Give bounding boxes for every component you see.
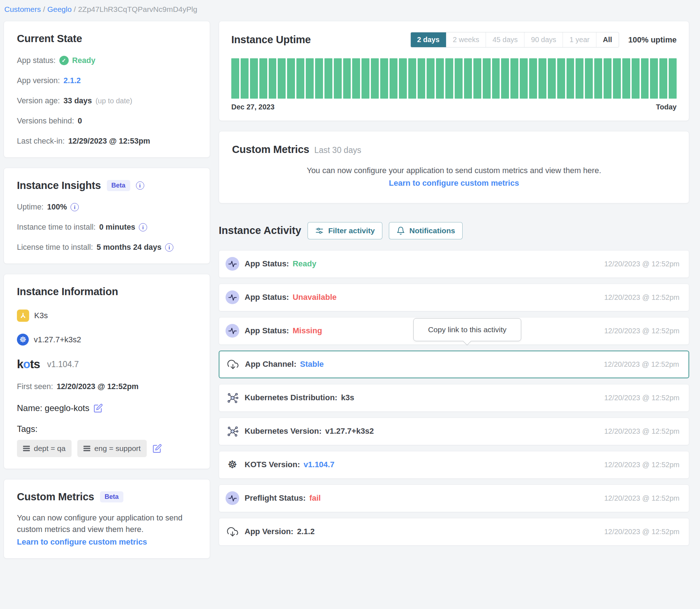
configure-custom-metrics-link[interactable]: Learn to configure custom metrics: [17, 537, 147, 547]
activity-list: Copy link to this activity App Status:Re…: [219, 250, 689, 546]
uptime-tab-90-days[interactable]: 90 days: [524, 32, 563, 47]
activity-row[interactable]: App Channel:Stable12/20/2023 @ 12:52pm: [219, 351, 689, 378]
uptime-bar: [483, 58, 491, 99]
kots-version-value: v1.104.7: [47, 360, 79, 369]
uptime-bar: [241, 58, 249, 99]
breadcrumb-item[interactable]: Geeglo: [47, 5, 72, 13]
instance-insights-title: Instance Insights: [17, 180, 101, 191]
filter-activity-button[interactable]: Filter activity: [308, 222, 382, 239]
tags-list: dept = qaeng = support: [17, 440, 147, 457]
check-circle-icon: ✓: [59, 56, 69, 65]
edit-name-button[interactable]: [94, 403, 103, 413]
instance-information-card: Instance Information K3s ☸ v1.27.7+k3s2 …: [4, 274, 210, 469]
uptime-bar: [287, 58, 295, 99]
custom-metrics-right-body: You can now configure your application t…: [232, 165, 676, 176]
activity-value: Unavailable: [292, 293, 336, 302]
name-value: geeglo-kots: [45, 403, 89, 413]
activity-timestamp: 12/20/2023 @ 12:52pm: [604, 494, 679, 502]
uptime-bar: [659, 58, 667, 99]
breadcrumb-item[interactable]: Customers: [4, 5, 41, 13]
activity-row[interactable]: Kubernetes Version:v1.27.7+k3s212/20/202…: [219, 418, 689, 445]
uptime-bar: [557, 58, 565, 99]
last-checkin-value: 12/29/2023 @ 12:53pm: [68, 137, 150, 146]
instance-name-row: Name: geeglo-kots: [17, 403, 197, 413]
filter-sliders-icon: [315, 226, 324, 235]
custom-metrics-right-card: Custom Metrics Last 30 days You can now …: [219, 131, 689, 203]
chart-end-date: Today: [656, 103, 677, 111]
uptime-bar: [408, 58, 416, 99]
app-version-link[interactable]: 2.1.2: [64, 76, 81, 85]
last-checkin-label: Last check-in:: [17, 137, 65, 146]
configure-custom-metrics-link[interactable]: Learn to configure custom metrics: [389, 179, 519, 188]
chart-start-date: Dec 27, 2023: [231, 103, 274, 111]
network-icon: [226, 424, 239, 438]
license-tti-row: License time to install: 5 months 24 day…: [17, 243, 197, 252]
activity-label: App Status:: [245, 293, 289, 302]
tag-pill[interactable]: dept = qa: [17, 440, 72, 457]
info-icon[interactable]: i: [71, 203, 79, 211]
uptime-bar: [445, 58, 453, 99]
current-state-title: Current State: [17, 33, 197, 45]
uptime-bar: [436, 58, 444, 99]
info-icon[interactable]: i: [139, 223, 147, 231]
helm-icon: ☸: [226, 458, 239, 472]
uptime-tab-2-weeks[interactable]: 2 weeks: [446, 32, 486, 47]
activity-label: Kubernetes Distribution:: [245, 393, 337, 402]
current-state-card: Current State App status: ✓ Ready App ve…: [4, 21, 210, 158]
uptime-bar: [455, 58, 463, 99]
uptime-bar: [650, 58, 658, 99]
activity-value: 2.1.2: [297, 527, 315, 536]
beta-badge: Beta: [107, 180, 130, 191]
breadcrumb-separator: /: [43, 5, 45, 13]
activity-row[interactable]: App Version:2.1.212/20/2023 @ 12:52pm: [219, 518, 689, 546]
activity-row[interactable]: Kubernetes Distribution:k3s12/20/2023 @ …: [219, 384, 689, 412]
activity-row[interactable]: Preflight Status:fail12/20/2023 @ 12:52p…: [219, 484, 689, 512]
uptime-bar: [362, 58, 369, 99]
activity-row[interactable]: App Status:Ready12/20/2023 @ 12:52pm: [219, 250, 689, 278]
uptime-summary: 100% uptime: [628, 35, 677, 45]
uptime-bar: [324, 58, 332, 99]
uptime-tab-2-days[interactable]: 2 days: [411, 32, 446, 47]
network-icon: [226, 391, 239, 405]
activity-value: fail: [309, 493, 321, 503]
tag-pill[interactable]: eng = support: [77, 440, 147, 457]
custom-metrics-left-title: Custom Metrics: [17, 491, 94, 503]
info-icon[interactable]: i: [136, 181, 144, 190]
custom-metrics-left-card: Custom Metrics Beta You can now configur…: [4, 479, 210, 559]
tags-label: Tags:: [17, 424, 197, 434]
uptime-tab-1-year[interactable]: 1 year: [563, 32, 596, 47]
tag-icon: [83, 446, 90, 451]
uptime-bar: [278, 58, 286, 99]
right-column: Instance Uptime 2 days2 weeks45 days90 d…: [219, 21, 689, 546]
uptime-bar: [567, 58, 574, 99]
breadcrumb-item: 2Zp47LhR3CqTQParvNc9mD4yPlg: [78, 5, 197, 13]
license-tti-value: 5 months 24 days: [97, 243, 162, 252]
activity-label: KOTS Version:: [245, 460, 300, 469]
uptime-label: Uptime:: [17, 203, 44, 212]
notifications-button[interactable]: Notifications: [389, 222, 463, 239]
uptime-tab-45-days[interactable]: 45 days: [486, 32, 524, 47]
uptime-bar: [315, 58, 323, 99]
activity-label: App Version:: [245, 527, 294, 536]
info-icon[interactable]: i: [165, 243, 173, 252]
uptime-bar: [399, 58, 407, 99]
activity-row[interactable]: ☸KOTS Version:v1.104.712/20/2023 @ 12:52…: [219, 451, 689, 479]
version-age-label: Version age:: [17, 96, 60, 105]
uptime-tab-all[interactable]: All: [596, 32, 619, 47]
app-status-value: Ready: [72, 56, 96, 65]
copy-link-tooltip: Copy link to this activity: [413, 318, 521, 341]
uptime-bar: [538, 58, 546, 99]
activity-row[interactable]: App Status:Unavailable12/20/2023 @ 12:52…: [219, 284, 689, 311]
pulse-icon: [226, 324, 239, 338]
version-age-row: Version age: 33 days (up to date): [17, 96, 197, 105]
activity-value: Missing: [292, 326, 322, 335]
uptime-bar: [334, 58, 342, 99]
license-tti-label: License time to install:: [17, 243, 93, 252]
custom-metrics-right-title: Custom Metrics: [232, 144, 309, 155]
page-columns: Current State App status: ✓ Ready App ve…: [0, 21, 700, 569]
k3s-icon: [17, 310, 29, 322]
edit-tags-button[interactable]: [153, 444, 162, 453]
uptime-bar: [604, 58, 612, 99]
uptime-bar: [343, 58, 351, 99]
tag-label: eng = support: [94, 444, 141, 453]
